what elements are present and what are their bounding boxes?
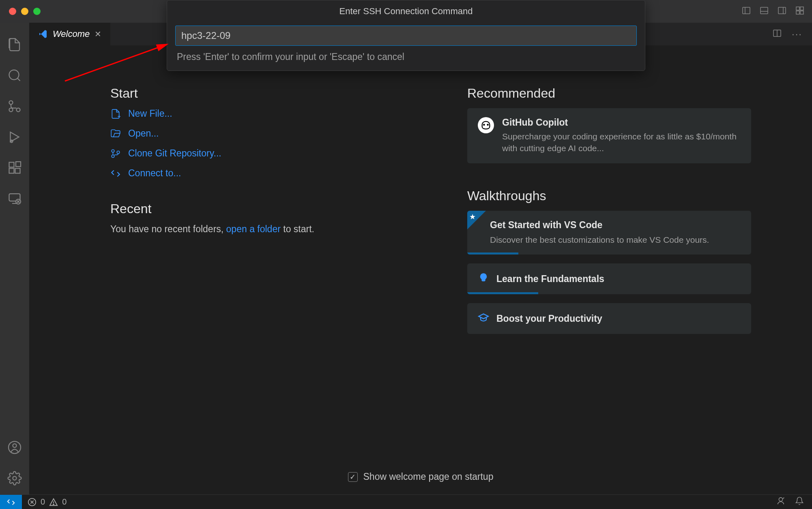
svg-point-12 xyxy=(9,70,19,80)
svg-point-45 xyxy=(779,498,782,501)
split-editor-icon[interactable] xyxy=(772,28,782,40)
show-on-startup-label: Show welcome page on startup xyxy=(363,471,494,482)
lightbulb-icon xyxy=(478,272,489,285)
welcome-footer: ✓ Show welcome page on startup xyxy=(29,459,812,494)
new-file-link[interactable]: New File... xyxy=(110,108,410,119)
svg-rect-20 xyxy=(9,169,14,173)
svg-point-30 xyxy=(13,477,17,480)
remote-explorer-icon[interactable] xyxy=(7,184,22,215)
svg-point-15 xyxy=(17,108,20,112)
quick-input-box[interactable] xyxy=(175,26,637,46)
show-on-startup-checkbox[interactable]: ✓ xyxy=(348,472,358,482)
new-file-icon xyxy=(110,109,121,119)
vscode-icon xyxy=(38,29,48,39)
copilot-icon xyxy=(478,117,494,133)
svg-point-39 xyxy=(487,124,489,126)
svg-point-44 xyxy=(53,504,54,505)
error-icon xyxy=(28,498,37,507)
source-control-icon[interactable] xyxy=(7,92,22,122)
editor-area: Welcome ✕ ··· Start New File... xyxy=(29,23,812,494)
status-problems[interactable]: 0 0 xyxy=(22,497,67,507)
fundamentals-title: Learn the Fundamentals xyxy=(496,274,604,284)
svg-point-14 xyxy=(9,101,13,105)
remote-indicator[interactable] xyxy=(0,495,22,509)
quick-input-hint: Press 'Enter' to confirm your input or '… xyxy=(177,51,635,62)
svg-rect-9 xyxy=(800,11,803,14)
tab-label: Welcome xyxy=(53,29,90,39)
featured-star-badge xyxy=(467,211,486,229)
start-heading: Start xyxy=(110,86,410,101)
run-debug-icon[interactable] xyxy=(7,122,22,153)
minimize-window-button[interactable] xyxy=(21,8,28,15)
svg-point-37 xyxy=(112,155,114,158)
open-link[interactable]: Open... xyxy=(110,128,410,139)
clone-git-link[interactable]: Clone Git Repository... xyxy=(110,148,410,159)
warning-icon xyxy=(49,498,58,507)
svg-point-16 xyxy=(9,108,13,112)
get-started-title: Get Started with VS Code xyxy=(490,220,741,231)
connect-to-link[interactable]: Connect to... xyxy=(110,168,410,179)
git-branch-icon xyxy=(110,148,121,159)
svg-line-13 xyxy=(17,78,20,81)
ssh-command-input[interactable] xyxy=(181,30,631,41)
notifications-bell-icon[interactable] xyxy=(795,496,804,507)
extensions-icon[interactable] xyxy=(7,153,22,184)
get-started-card[interactable]: Get Started with VS Code Discover the be… xyxy=(467,211,751,254)
status-bar: 0 0 xyxy=(0,494,812,509)
quick-input-title: Enter SSH Connection Command xyxy=(167,0,645,22)
remote-connect-icon xyxy=(110,168,121,179)
window-controls xyxy=(0,8,41,15)
recommended-heading: Recommended xyxy=(467,86,751,101)
activity-bar xyxy=(0,23,29,494)
svg-point-36 xyxy=(117,151,120,154)
toggle-primary-sidebar-icon[interactable] xyxy=(741,6,751,17)
svg-rect-2 xyxy=(760,7,768,14)
error-count: 0 xyxy=(41,497,45,507)
close-window-button[interactable] xyxy=(9,8,16,15)
copilot-desc: Supercharge your coding experience for a… xyxy=(502,130,741,154)
welcome-tab[interactable]: Welcome ✕ xyxy=(29,23,110,45)
get-started-progress xyxy=(467,252,518,254)
feedback-icon[interactable] xyxy=(776,496,785,507)
welcome-page: Start New File... Open... Clone Git Repo… xyxy=(29,45,812,459)
svg-rect-8 xyxy=(796,11,799,14)
get-started-desc: Discover the best customizations to make… xyxy=(490,234,741,246)
svg-rect-6 xyxy=(796,7,799,10)
quick-input-palette: Enter SSH Connection Command Press 'Ente… xyxy=(167,0,645,71)
walkthroughs-heading: Walkthroughs xyxy=(467,188,751,203)
productivity-title: Boost your Productivity xyxy=(496,313,602,324)
recent-heading: Recent xyxy=(110,201,410,216)
svg-point-35 xyxy=(112,150,114,152)
svg-rect-7 xyxy=(800,7,803,10)
fundamentals-progress xyxy=(467,292,538,294)
explorer-icon[interactable] xyxy=(7,30,22,61)
svg-point-38 xyxy=(483,124,485,126)
svg-rect-4 xyxy=(778,7,786,14)
toggle-secondary-sidebar-icon[interactable] xyxy=(777,6,787,17)
maximize-window-button[interactable] xyxy=(33,8,41,15)
svg-point-29 xyxy=(13,444,17,447)
mortarboard-icon xyxy=(478,312,489,325)
more-actions-icon[interactable]: ··· xyxy=(792,28,802,40)
settings-gear-icon[interactable] xyxy=(7,464,22,494)
svg-rect-0 xyxy=(743,7,750,14)
productivity-card[interactable]: Boost your Productivity xyxy=(467,303,751,334)
copilot-title: GitHub Copilot xyxy=(502,117,741,128)
close-tab-icon[interactable]: ✕ xyxy=(95,29,101,39)
toggle-panel-icon[interactable] xyxy=(759,6,769,17)
svg-rect-21 xyxy=(15,169,20,173)
customize-layout-icon[interactable] xyxy=(795,6,805,17)
search-icon[interactable] xyxy=(7,61,22,92)
warning-count: 0 xyxy=(62,497,67,507)
svg-rect-19 xyxy=(9,163,14,167)
folder-open-icon xyxy=(110,128,121,139)
fundamentals-card[interactable]: Learn the Fundamentals xyxy=(467,263,751,294)
title-bar-actions xyxy=(741,6,805,17)
open-folder-link[interactable]: open a folder xyxy=(226,224,281,234)
svg-rect-22 xyxy=(16,162,21,167)
accounts-icon[interactable] xyxy=(7,433,22,464)
copilot-card[interactable]: GitHub Copilot Supercharge your coding e… xyxy=(467,108,751,163)
recent-empty-text: You have no recent folders, open a folde… xyxy=(110,224,410,235)
